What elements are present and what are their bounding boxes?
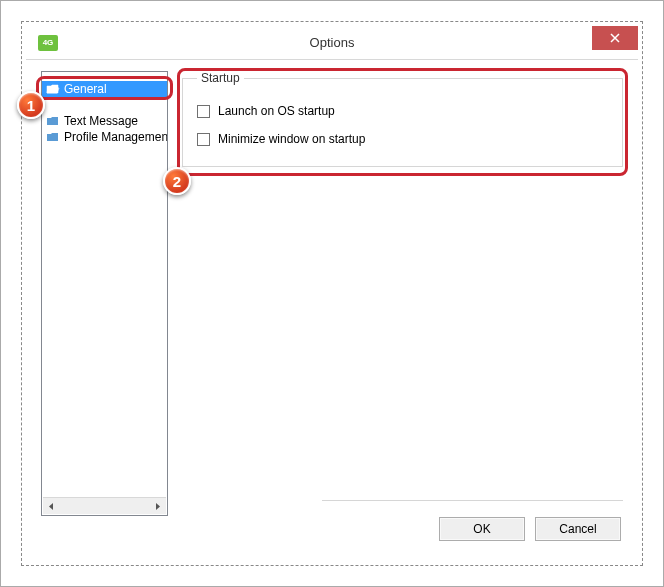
folder-icon — [46, 115, 60, 127]
startup-legend: Startup — [197, 71, 244, 85]
ok-button[interactable]: OK — [439, 517, 525, 541]
chevron-left-icon — [48, 503, 55, 510]
checkbox-label: Minimize window on startup — [218, 132, 365, 146]
checkbox-box — [197, 105, 210, 118]
scroll-left-button[interactable] — [43, 498, 60, 514]
annotation-badge-2: 2 — [163, 167, 191, 195]
launch-on-startup-checkbox[interactable]: Launch on OS startup — [197, 97, 608, 125]
checkbox-label: Launch on OS startup — [218, 104, 335, 118]
tree-item-profile-management[interactable]: Profile Management — [42, 129, 167, 145]
folder-open-icon — [46, 83, 60, 95]
scroll-right-button[interactable] — [149, 498, 166, 514]
close-icon — [610, 33, 620, 43]
chevron-right-icon — [154, 503, 161, 510]
minimize-on-startup-checkbox[interactable]: Minimize window on startup — [197, 125, 608, 153]
titlebar: 4G Options — [26, 26, 638, 60]
options-dialog: 4G Options General Data Connection — [0, 0, 664, 587]
tree-item-label: Profile Management — [64, 130, 168, 144]
dialog-body: General Data Connection Opt Text Message — [41, 71, 623, 551]
separator — [322, 500, 623, 501]
annotation-badge-1: 1 — [17, 91, 45, 119]
cancel-button[interactable]: Cancel — [535, 517, 621, 541]
button-row: OK Cancel — [439, 517, 621, 541]
close-button[interactable] — [592, 26, 638, 50]
window-title: Options — [310, 35, 355, 50]
tree-item-general[interactable]: General — [42, 81, 167, 97]
content-panel: Startup Launch on OS startup Minimize wi… — [182, 71, 623, 551]
category-tree[interactable]: General Data Connection Opt Text Message — [41, 71, 168, 516]
horizontal-scrollbar[interactable] — [43, 497, 166, 514]
tree-item-label: General — [64, 82, 107, 96]
tree-item-label: Text Message — [64, 114, 138, 128]
folder-icon — [46, 131, 60, 143]
tree-item-text-message[interactable]: Text Message — [42, 113, 167, 129]
tree-container: General Data Connection Opt Text Message — [41, 71, 168, 551]
startup-group: Startup Launch on OS startup Minimize wi… — [182, 71, 623, 167]
checkbox-box — [197, 133, 210, 146]
app-icon: 4G — [38, 35, 58, 51]
